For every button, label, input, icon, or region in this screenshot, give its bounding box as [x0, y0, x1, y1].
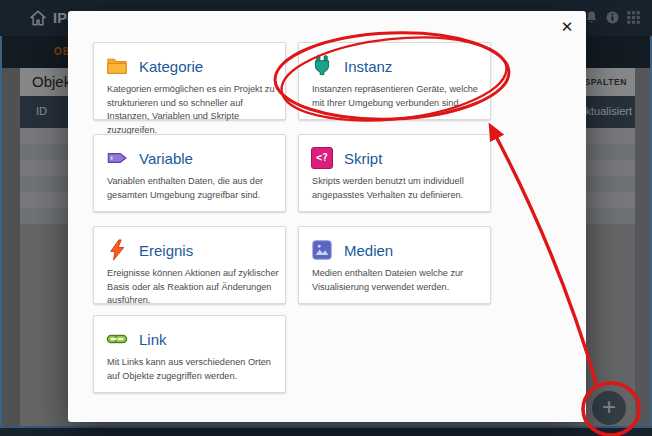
card-title: Kategorie: [139, 58, 203, 75]
screenshot-root: IP-Symcon OBJEKTBAUM Objektbaum: [0, 0, 652, 436]
tag-icon: [106, 147, 128, 169]
card-skript[interactable]: <? Skript Skripts werden benutzt um indi…: [298, 134, 491, 212]
chain-link-icon: [106, 328, 128, 350]
card-desc: Skripts werden benutzt um individuell an…: [312, 175, 484, 202]
card-medien[interactable]: Medien Medien enthalten Dateien welche z…: [298, 226, 491, 304]
image-icon: [311, 239, 333, 261]
card-ereignis[interactable]: Ereignis Ereignisse können Aktionen auf …: [93, 226, 286, 304]
folder-icon: [106, 55, 128, 77]
card-title: Medien: [344, 242, 393, 259]
plug-icon: [311, 55, 333, 77]
card-title: Instanz: [344, 58, 392, 75]
card-desc: Instanzen repräsentieren Geräte, welche …: [312, 83, 484, 110]
card-title: Ereignis: [139, 242, 193, 259]
card-desc: Mit Links kann aus verschiedenen Orten a…: [107, 356, 279, 383]
card-title: Link: [139, 331, 167, 348]
card-desc: Ereignisse können Aktionen auf zyklische…: [107, 267, 279, 308]
card-desc: Medien enthalten Dateien welche zur Visu…: [312, 267, 484, 294]
card-desc: Kategorien ermöglichen es ein Projekt zu…: [107, 83, 279, 137]
card-desc: Variablen enthalten Daten, die aus der g…: [107, 175, 279, 202]
card-variable[interactable]: Variable Variablen enthalten Daten, die …: [93, 134, 286, 212]
card-instanz[interactable]: Instanz Instanzen repräsentieren Geräte,…: [298, 42, 491, 120]
lightning-icon: [106, 239, 128, 261]
card-kategorie[interactable]: Kategorie Kategorien ermöglichen es ein …: [93, 42, 286, 120]
script-icon: <?: [311, 147, 333, 169]
close-icon[interactable]: ✕: [556, 16, 578, 38]
card-link[interactable]: Link Mit Links kann aus verschiedenen Or…: [93, 315, 286, 393]
add-object-dialog: ✕ Kategorie Kategorien ermöglichen es ei…: [68, 11, 586, 422]
card-title: Variable: [139, 150, 193, 167]
card-title: Skript: [344, 150, 382, 167]
